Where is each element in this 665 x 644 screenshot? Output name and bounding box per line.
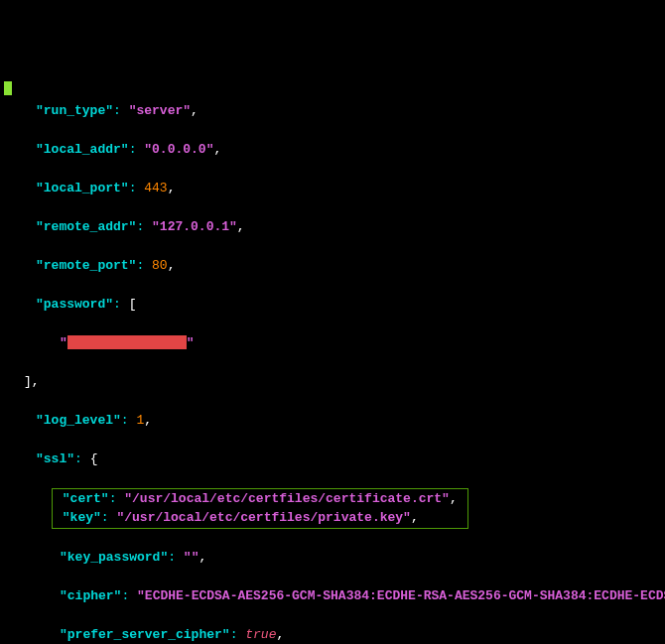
redacted-block xyxy=(67,335,187,349)
config-line: "local_port": 443, xyxy=(4,179,661,198)
config-line: "ssl": { xyxy=(4,450,661,469)
config-line: ], xyxy=(4,372,661,392)
config-line: "password": [ xyxy=(4,295,661,315)
cursor-icon xyxy=(4,81,12,95)
ssl-cert-highlighted: "cert": "/usr/local/etc/certfiles/certif… xyxy=(4,488,661,529)
config-line: "cipher": "ECDHE-ECDSA-AES256-GCM-SHA384… xyxy=(4,586,661,606)
config-line: "local_addr": "0.0.0.0", xyxy=(4,140,661,160)
config-line: "remote_port": 80, xyxy=(4,256,661,276)
config-line: "key_password": "", xyxy=(4,548,661,568)
highlight-box: "cert": "/usr/local/etc/certfiles/certif… xyxy=(52,488,468,529)
config-line: "log_level": 1, xyxy=(4,411,661,431)
config-line: "prefer_server_cipher": true, xyxy=(4,625,661,644)
config-line: "remote_addr": "127.0.0.1", xyxy=(4,217,661,237)
password-redacted: "" xyxy=(4,333,661,353)
config-line: "run_type": "server", xyxy=(4,101,661,121)
terminal-editor[interactable]: "run_type": "server", "local_addr": "0.0… xyxy=(4,81,661,644)
